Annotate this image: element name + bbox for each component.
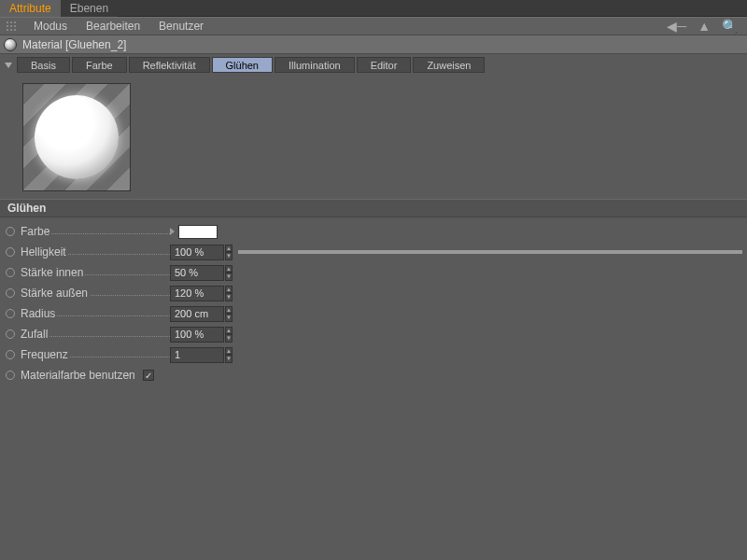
stepper-saussen[interactable]: ▲▼ (225, 286, 233, 301)
stepper-radius[interactable]: ▲▼ (225, 306, 233, 322)
row-materialfarbe: Materialfarbe benutzen ✓ (0, 365, 747, 385)
expand-farbe-icon[interactable] (170, 228, 175, 235)
label-radius: Radius (21, 307, 57, 320)
menu-bar: Modus Bearbeiten Benutzer ◀─ ▲ 🔍 (0, 17, 747, 35)
anim-toggle-saussen[interactable] (6, 288, 15, 298)
label-helligkeit: Helligkeit (21, 245, 68, 259)
search-icon[interactable]: 🔍 (722, 19, 738, 34)
input-frequenz[interactable] (170, 347, 224, 363)
anim-toggle-matfarbe[interactable] (6, 371, 15, 380)
row-radius: Radius ▲▼ (0, 303, 747, 324)
anim-toggle-farbe[interactable] (6, 227, 15, 236)
checkbox-matfarbe[interactable]: ✓ (143, 370, 154, 381)
tab-ebenen[interactable]: Ebenen (61, 0, 118, 17)
nav-up-icon[interactable]: ▲ (698, 19, 711, 34)
input-zufall[interactable] (170, 327, 224, 343)
anim-toggle-frequenz[interactable] (6, 350, 15, 359)
menu-bearbeiten[interactable]: Bearbeiten (77, 18, 149, 35)
row-staerke-aussen: Stärke außen ▲▼ (0, 283, 747, 303)
stepper-frequenz[interactable]: ▲▼ (225, 347, 233, 363)
channel-tabs: Basis Farbe Reflektivität Glühen Illumin… (0, 54, 747, 76)
material-preview[interactable] (22, 83, 131, 191)
input-radius[interactable] (170, 306, 224, 322)
input-saussen[interactable] (170, 286, 224, 301)
row-frequenz: Frequenz ▲▼ (0, 344, 747, 365)
color-swatch[interactable] (178, 225, 218, 239)
tab-editor[interactable]: Editor (357, 57, 412, 73)
row-helligkeit: Helligkeit ▲▼ (0, 242, 747, 262)
label-matfarbe: Materialfarbe benutzen (21, 369, 137, 382)
menu-modus[interactable]: Modus (24, 18, 77, 35)
slider-helligkeit[interactable] (238, 246, 747, 258)
tab-basis[interactable]: Basis (17, 57, 70, 73)
grip-icon[interactable] (6, 21, 17, 32)
row-staerke-innen: Stärke innen ▲▼ (0, 262, 747, 283)
tab-reflektivitaet[interactable]: Reflektivität (129, 57, 210, 73)
stepper-zufall[interactable]: ▲▼ (225, 327, 233, 343)
material-title-row: Material [Gluehen_2] (0, 35, 747, 54)
label-saussen: Stärke außen (21, 287, 90, 300)
row-zufall: Zufall ▲▼ (0, 324, 747, 344)
tab-zuweisen[interactable]: Zuweisen (413, 57, 485, 73)
label-farbe: Farbe (21, 225, 51, 238)
tab-illumination[interactable]: Illumination (275, 57, 355, 73)
stepper-sinnen[interactable]: ▲▼ (225, 265, 233, 281)
properties-panel: Farbe Helligkeit ▲▼ Stärke innen ▲▼ Stär… (0, 217, 747, 385)
section-header: Glühen (0, 199, 747, 217)
stepper-helligkeit[interactable]: ▲▼ (225, 245, 233, 260)
input-sinnen[interactable] (170, 265, 224, 281)
material-title: Material [Gluehen_2] (22, 38, 126, 51)
label-sinnen: Stärke innen (21, 266, 85, 279)
tab-attribute[interactable]: Attribute (0, 0, 61, 17)
anim-toggle-sinnen[interactable] (6, 268, 15, 277)
menu-benutzer[interactable]: Benutzer (149, 18, 213, 35)
label-frequenz: Frequenz (21, 348, 70, 361)
row-farbe: Farbe (0, 221, 747, 242)
tab-gluehen[interactable]: Glühen (212, 57, 273, 73)
tab-farbe[interactable]: Farbe (72, 57, 127, 73)
material-sphere-icon (4, 38, 17, 51)
collapse-icon[interactable] (5, 63, 12, 68)
nav-back-icon[interactable]: ◀─ (667, 19, 686, 34)
top-tabs: Attribute Ebenen (0, 0, 747, 17)
input-helligkeit[interactable] (170, 245, 224, 260)
label-zufall: Zufall (21, 328, 49, 341)
anim-toggle-radius[interactable] (6, 309, 15, 318)
anim-toggle-zufall[interactable] (6, 329, 15, 339)
anim-toggle-helligkeit[interactable] (6, 247, 15, 257)
